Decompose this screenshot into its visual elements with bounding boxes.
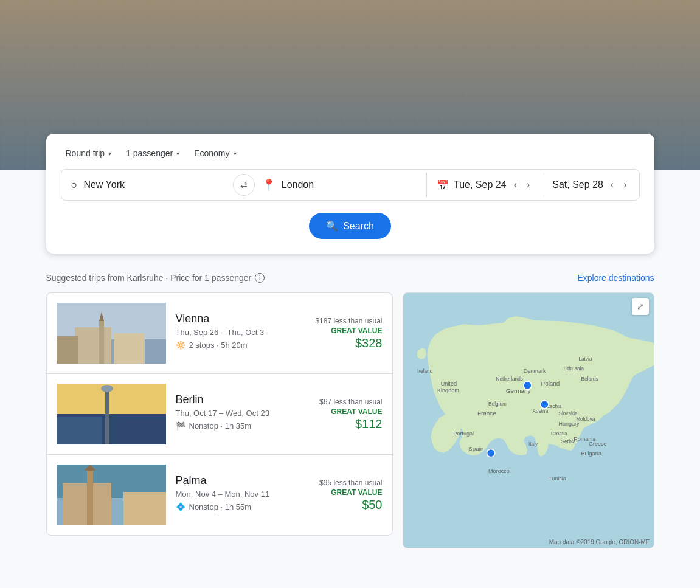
map-dot-vienna <box>540 401 548 409</box>
flight-stops-icon-vienna: 🔆 <box>176 341 185 350</box>
cabin-class-label: Economy <box>194 148 229 158</box>
origin-field[interactable]: ○ New York <box>61 171 235 199</box>
destination-field[interactable]: 📍 London <box>252 171 426 199</box>
berlin-illustration <box>57 384 166 444</box>
trip-card-palma[interactable]: Palma Mon, Nov 4 – Mon, Nov 11 💠 Nonstop… <box>46 454 393 536</box>
main-content: Suggested trips from Karlsruhe · Price f… <box>46 273 654 548</box>
trip-info-berlin: Berlin Thu, Oct 17 – Wed, Oct 23 🏁 Nonst… <box>176 393 310 435</box>
great-value-berlin: GREAT VALUE <box>319 407 382 416</box>
flight-stops-icon-berlin: 🏁 <box>176 421 185 431</box>
map-expand-button[interactable]: ⤢ <box>632 298 649 315</box>
trip-dates-vienna: Thu, Sep 26 – Thu, Oct 3 <box>176 328 306 337</box>
trip-type-selector[interactable]: Round trip ▾ <box>61 146 117 161</box>
svg-text:Lithuania: Lithuania <box>563 366 584 372</box>
search-button-label: Search <box>343 221 374 232</box>
map-container: United Kingdom Ireland Portugal Spain Fr… <box>403 292 654 548</box>
suggestions-header: Suggested trips from Karlsruhe · Price f… <box>46 273 654 283</box>
return-prev-button[interactable]: ‹ <box>608 177 616 193</box>
svg-text:Bulgaria: Bulgaria <box>581 451 601 457</box>
origin-value: New York <box>83 179 125 190</box>
trip-card-vienna[interactable]: Vienna Thu, Sep 26 – Thu, Oct 3 🔆 2 stop… <box>46 292 393 373</box>
price-comparison-palma: $95 less than usual <box>319 479 382 487</box>
return-next-button[interactable]: › <box>621 177 629 193</box>
cabin-class-selector[interactable]: Economy ▾ <box>189 146 241 161</box>
passengers-label: 1 passenger <box>126 148 173 158</box>
svg-text:France: France <box>477 410 496 417</box>
svg-point-10 <box>101 385 113 392</box>
trip-type-label: Round trip <box>66 148 105 158</box>
trip-stops-palma: Nonstop · 1h 55m <box>189 502 252 511</box>
map-dot-berlin <box>523 381 531 389</box>
svg-text:Belgium: Belgium <box>488 401 507 407</box>
trip-image-vienna <box>57 303 166 364</box>
svg-text:Belarus: Belarus <box>581 376 598 382</box>
svg-text:Denmark: Denmark <box>523 368 546 374</box>
svg-text:Italy: Italy <box>528 441 538 447</box>
info-icon[interactable]: i <box>255 273 265 283</box>
svg-rect-11 <box>57 417 102 444</box>
trip-card-berlin[interactable]: Berlin Thu, Oct 17 – Wed, Oct 23 🏁 Nonst… <box>46 373 393 454</box>
swap-icon: ⇄ <box>240 180 248 190</box>
svg-text:Hungary: Hungary <box>558 421 580 427</box>
svg-rect-16 <box>87 471 93 525</box>
origin-icon: ○ <box>71 179 78 192</box>
depart-date-value: Tue, Sep 24 <box>454 179 507 190</box>
trip-image-berlin <box>57 384 166 444</box>
trip-flight-vienna: 🔆 2 stops · 5h 20m <box>176 341 306 350</box>
svg-text:Portugal: Portugal <box>453 431 474 437</box>
svg-rect-3 <box>99 321 104 364</box>
search-options-bar: Round trip ▾ 1 passenger ▾ Economy ▾ <box>61 146 640 161</box>
swap-button[interactable]: ⇄ <box>233 174 255 196</box>
suggestions-title-area: Suggested trips from Karlsruhe · Price f… <box>46 273 265 283</box>
expand-icon: ⤢ <box>637 302 644 311</box>
svg-rect-5 <box>114 333 145 364</box>
depart-next-button[interactable]: › <box>524 177 532 193</box>
trip-city-berlin: Berlin <box>176 393 310 406</box>
trips-list: Vienna Thu, Sep 26 – Thu, Oct 3 🔆 2 stop… <box>46 292 393 548</box>
trip-type-chevron-icon: ▾ <box>108 150 111 157</box>
depart-date-field[interactable]: 📅 Tue, Sep 24 ‹ › <box>427 170 542 200</box>
search-button[interactable]: 🔍 Search <box>309 213 391 239</box>
trip-flight-berlin: 🏁 Nonstop · 1h 35m <box>176 421 310 431</box>
search-magnifier-icon: 🔍 <box>326 220 338 232</box>
map-dot-palma <box>487 449 494 457</box>
trip-price-section-palma: $95 less than usual GREAT VALUE $50 <box>319 479 382 512</box>
trip-price-section-berlin: $67 less than usual GREAT VALUE $112 <box>319 398 382 431</box>
flight-stops-icon-palma: 💠 <box>176 502 185 511</box>
search-inputs-row: ○ New York ⇄ 📍 London 📅 Tue, Sep 24 ‹ › … <box>61 169 640 201</box>
trip-city-vienna: Vienna <box>176 313 306 325</box>
svg-text:Spain: Spain <box>468 445 483 452</box>
svg-rect-6 <box>57 336 78 364</box>
trip-dates-berlin: Thu, Oct 17 – Wed, Oct 23 <box>176 409 310 418</box>
vienna-illustration <box>57 303 166 364</box>
trip-price-berlin: $112 <box>319 417 382 431</box>
svg-rect-9 <box>105 390 109 444</box>
svg-rect-2 <box>75 327 111 364</box>
search-card: Round trip ▾ 1 passenger ▾ Economy ▾ ○ N… <box>46 134 654 254</box>
svg-text:Netherlands: Netherlands <box>496 376 522 382</box>
trip-price-vienna: $328 <box>315 336 382 350</box>
svg-text:Ireland: Ireland <box>417 368 433 374</box>
svg-text:Kingdom: Kingdom <box>437 387 459 393</box>
price-comparison-vienna: $187 less than usual <box>315 317 382 325</box>
price-comparison-berlin: $67 less than usual <box>319 398 382 406</box>
search-button-wrap: 🔍 Search <box>61 213 640 239</box>
trip-price-palma: $50 <box>319 498 382 512</box>
passengers-selector[interactable]: 1 passenger ▾ <box>121 146 184 161</box>
cabin-chevron-icon: ▾ <box>234 150 237 157</box>
explore-destinations-link[interactable]: Explore destinations <box>577 273 654 283</box>
destination-value: London <box>282 179 314 190</box>
trip-stops-berlin: Nonstop · 1h 35m <box>189 421 252 431</box>
svg-text:Latvia: Latvia <box>578 356 592 362</box>
return-date-field[interactable]: Sat, Sep 28 ‹ › <box>542 170 639 200</box>
svg-text:Morocco: Morocco <box>488 468 510 474</box>
depart-prev-button[interactable]: ‹ <box>511 177 519 193</box>
trip-city-palma: Palma <box>176 474 310 487</box>
svg-text:United: United <box>440 381 456 387</box>
great-value-vienna: GREAT VALUE <box>315 327 382 335</box>
trip-flight-palma: 💠 Nonstop · 1h 55m <box>176 502 310 511</box>
svg-text:Austria: Austria <box>532 409 548 414</box>
passengers-chevron-icon: ▾ <box>176 150 179 157</box>
suggestions-title-text: Suggested trips from Karlsruhe · Price f… <box>46 273 252 283</box>
return-date-value: Sat, Sep 28 <box>552 179 603 190</box>
